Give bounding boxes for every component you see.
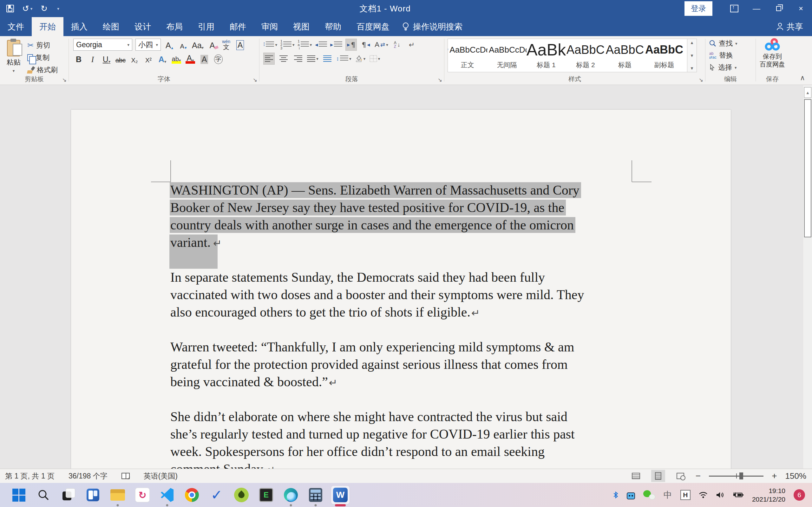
share-button[interactable]: 共享 [776,17,812,36]
taskbar-emulator-icon[interactable]: E [257,486,275,504]
subscript-button[interactable]: X₂ [129,53,140,65]
justify-button[interactable]: ▾ [307,53,318,65]
tab-文件[interactable]: 文件 [0,17,32,36]
style-标题 1[interactable]: AaBk标题 1 [526,39,566,72]
styles-scroll-down[interactable]: ▼ [690,53,694,58]
zoom-slider[interactable] [709,475,763,476]
asian-layout-button[interactable]: A⇄▾ [374,39,388,51]
taskbar-edge-icon[interactable] [282,486,300,504]
taskbar-clock[interactable]: 19:102021/12/20 [752,487,785,504]
document-text[interactable]: WASHINGTON (AP) — Sens. Elizabeth Warren… [170,181,633,469]
close-button[interactable]: × [790,0,812,17]
text-effects-button[interactable]: A▾ [157,53,168,65]
font-size-combo[interactable]: 小四▾ [136,39,161,51]
tab-视图[interactable]: 视图 [286,17,317,36]
font-color-button[interactable]: A▾ [185,53,196,65]
zoom-level[interactable]: 150% [785,471,807,481]
web-layout-button[interactable] [673,470,687,482]
taskbar-sync-app-icon[interactable]: ↻ [133,486,152,504]
taskbar-task-view-icon[interactable] [59,486,78,504]
tab-审阅[interactable]: 审阅 [254,17,286,36]
language-indicator[interactable]: 英语(美国) [144,471,177,481]
robot-app-icon[interactable] [627,491,635,499]
shrink-font-button[interactable]: A▾ [178,39,189,51]
taskbar-vscode-icon[interactable] [158,486,176,504]
scrollbar-thumb[interactable] [804,99,811,237]
print-layout-button[interactable] [651,470,665,482]
replace-button[interactable]: ab⇄ac 替换 [709,51,756,60]
sign-in-button[interactable]: 登录 [684,1,712,16]
restore-button[interactable] [768,0,790,17]
align-left-button[interactable] [263,53,275,65]
grow-font-button[interactable]: A▴ [164,39,175,51]
cut-button[interactable]: ✂剪切 [27,41,58,50]
collapse-ribbon-button[interactable]: ∧ [800,74,805,82]
battery-icon[interactable] [733,492,744,498]
bullets-button[interactable]: ⁝▾ [263,39,277,51]
save-button[interactable] [6,5,14,12]
left-to-right-paragraph-button[interactable]: ▸¶ [345,39,357,51]
line-spacing-button[interactable]: ↕▾ [336,53,351,65]
zoom-slider-thumb[interactable] [740,472,743,480]
clipboard-dialog-launcher[interactable]: ↘ [62,77,67,83]
numbering-button[interactable]: 123▾ [281,39,295,51]
font-name-combo[interactable]: Georgia▾ [73,39,132,51]
tab-帮助[interactable]: 帮助 [317,17,349,36]
font-dialog-launcher[interactable]: ↘ [253,77,257,83]
undo-button[interactable]: ↺▾ [22,4,32,14]
taskbar-widgets-icon[interactable] [84,486,102,504]
save-to-baidu-button[interactable]: 保存到百度网盘 [760,38,785,68]
tab-绘图[interactable]: 绘图 [95,17,127,36]
wifi-icon[interactable] [699,492,708,498]
proofing-icon[interactable] [121,473,130,479]
style-标题[interactable]: AaBbC标题 [605,39,645,72]
taskbar-start-icon[interactable] [9,486,28,504]
wechat-icon[interactable] [643,490,655,500]
bold-button[interactable]: B [73,53,84,65]
character-shading-button[interactable]: A [199,53,210,65]
ime-mode-indicator[interactable]: 中 [664,489,672,501]
vertical-scrollbar[interactable]: ▲ [803,85,812,469]
styles-scroll-up[interactable]: ▲ [690,40,694,45]
select-button[interactable]: 选择▾ [709,63,756,72]
clear-formatting-button[interactable]: A [207,39,217,51]
character-border-button[interactable]: A [235,39,246,51]
tab-引用[interactable]: 引用 [190,17,222,36]
paragraph-dialog-launcher[interactable]: ↘ [438,77,442,83]
show-hide-marks-button[interactable]: ↵ [406,39,417,51]
align-center-button[interactable] [278,53,289,65]
taskbar-green-app-icon[interactable] [232,486,251,504]
style-标题 2[interactable]: AaBbC标题 2 [566,39,605,72]
customize-qat-button[interactable]: ▾ [56,6,59,11]
phonetic-guide-button[interactable]: wén文 [221,39,232,51]
format-painter-button[interactable]: 格式刷 [27,65,58,75]
volume-icon[interactable] [716,491,725,499]
word-count[interactable]: 36/198 个字 [68,471,107,481]
superscript-button[interactable]: X² [143,53,154,65]
tab-开始[interactable]: 开始 [32,17,63,36]
scroll-up-button[interactable]: ▲ [804,87,811,98]
enclose-characters-button[interactable]: 字 [213,53,223,65]
zoom-out-button[interactable]: − [696,471,701,481]
sort-button[interactable]: AZ↓ [392,39,403,51]
tell-me-search[interactable]: 操作说明搜索 [402,17,462,36]
style-副标题[interactable]: AaBbC副标题 [645,39,684,72]
increase-indent-button[interactable]: ▸ [330,39,342,51]
notification-badge[interactable]: 6 [794,489,805,501]
style-无间隔[interactable]: ↵AaBbCcDc无间隔 [487,39,526,72]
strikethrough-button[interactable]: abc [115,53,126,65]
decrease-indent-button[interactable]: ◂ [315,39,327,51]
taskbar-search-icon[interactable] [34,486,53,504]
page-indicator[interactable]: 第 1 页, 共 1 页 [5,471,55,481]
styles-more-button[interactable]: ▼ [690,66,694,71]
distribute-button[interactable] [322,53,333,65]
taskbar-word-icon[interactable]: W [331,486,350,504]
tab-百度网盘[interactable]: 百度网盘 [349,17,397,36]
taskbar-todo-icon[interactable]: ✓ [207,486,226,504]
tab-布局[interactable]: 布局 [159,17,190,36]
zoom-in-button[interactable]: + [772,471,777,481]
minimize-button[interactable]: — [745,0,768,17]
taskbar-file-explorer-icon[interactable] [108,486,127,504]
tab-插入[interactable]: 插入 [63,17,95,36]
taskbar-chrome-icon[interactable] [183,486,201,504]
